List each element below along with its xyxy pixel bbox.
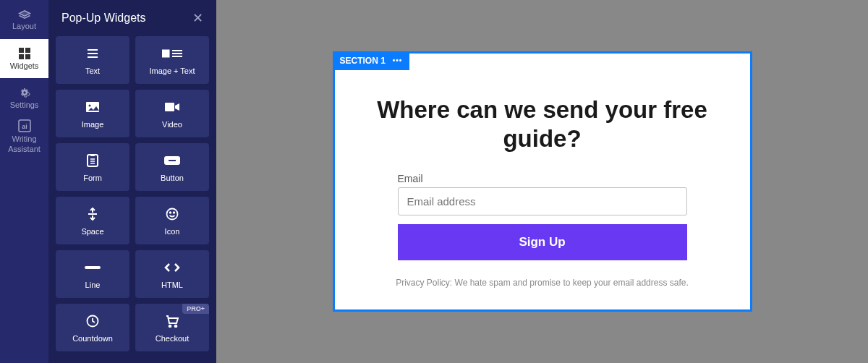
- widget-countdown-label: Countdown: [72, 334, 113, 343]
- widget-video-label: Video: [162, 120, 182, 129]
- section-tag-label: SECTION 1: [340, 56, 386, 66]
- panel-title: Pop-Up Widgets: [61, 12, 146, 25]
- widget-checkout[interactable]: PRO+ Checkout: [135, 304, 209, 351]
- svg-rect-1: [25, 48, 30, 53]
- canvas[interactable]: SECTION 1 ••• Where can we send your fre…: [216, 0, 868, 363]
- widget-grid: Text Image + Text Image: [48, 36, 216, 351]
- svg-point-33: [169, 325, 171, 328]
- widget-icon[interactable]: Icon: [135, 197, 209, 244]
- panel-header: Pop-Up Widgets ✕: [48, 0, 216, 36]
- button-icon: [164, 152, 180, 169]
- widget-image[interactable]: Image: [56, 90, 129, 137]
- image-text-icon: [162, 45, 182, 62]
- clock-icon: [86, 312, 99, 330]
- widget-button-label: Button: [161, 174, 184, 182]
- widget-image-text[interactable]: Image + Text: [135, 36, 209, 84]
- section-tag[interactable]: SECTION 1 •••: [333, 51, 410, 70]
- widget-panel: Pop-Up Widgets ✕ Text Image + Text: [48, 0, 216, 363]
- email-label: Email: [398, 173, 687, 184]
- widget-button[interactable]: Button: [135, 143, 209, 191]
- widget-text-label: Text: [85, 67, 100, 75]
- form-icon: [87, 152, 98, 169]
- svg-rect-31: [85, 266, 101, 269]
- svg-rect-18: [88, 155, 98, 166]
- popup-heading[interactable]: Where can we send your free guide?: [364, 95, 721, 153]
- smile-icon: [166, 205, 179, 223]
- svg-text:ai: ai: [22, 123, 27, 130]
- left-rail: Layout Widgets Settings ai: [0, 0, 48, 363]
- widget-space-label: Space: [81, 227, 103, 236]
- widget-form-label: Form: [83, 174, 102, 182]
- popup-section[interactable]: SECTION 1 ••• Where can we send your fre…: [333, 51, 752, 312]
- widget-checkout-label: Checkout: [156, 334, 189, 343]
- code-icon: [164, 259, 180, 276]
- widget-video[interactable]: Video: [135, 90, 209, 137]
- svg-rect-11: [162, 50, 169, 57]
- line-icon: [85, 259, 101, 276]
- text-icon: [85, 45, 100, 62]
- svg-rect-0: [19, 48, 24, 53]
- image-icon: [86, 98, 99, 116]
- kebab-icon[interactable]: •••: [393, 56, 403, 64]
- widget-image-label: Image: [82, 120, 104, 129]
- rail-settings[interactable]: Settings: [0, 78, 48, 117]
- pro-badge: PRO+: [182, 304, 209, 314]
- rail-settings-label: Settings: [10, 101, 39, 109]
- signup-button[interactable]: Sign Up: [398, 224, 687, 260]
- close-icon[interactable]: ✕: [192, 12, 203, 25]
- rail-writing-assistant[interactable]: ai Writing Assistant: [0, 117, 48, 156]
- svg-point-34: [175, 325, 177, 328]
- svg-point-30: [174, 212, 175, 213]
- privacy-text[interactable]: Privacy Policy: We hate spam and promise…: [364, 278, 721, 288]
- widgets-icon: [19, 48, 30, 59]
- rail-ai-label: Writing Assistant: [0, 134, 48, 153]
- rail-layout-label: Layout: [12, 22, 36, 30]
- svg-rect-17: [165, 103, 174, 111]
- email-field[interactable]: [398, 187, 687, 215]
- space-icon: [87, 205, 98, 223]
- rail-layout[interactable]: Layout: [0, 0, 48, 39]
- svg-rect-3: [25, 54, 30, 59]
- signup-form: Email Sign Up: [398, 173, 687, 260]
- svg-point-5: [23, 91, 25, 93]
- ai-icon: ai: [18, 119, 31, 132]
- svg-rect-19: [90, 154, 95, 156]
- widget-countdown[interactable]: Countdown: [56, 304, 129, 351]
- widget-line-label: Line: [85, 281, 101, 289]
- rail-widgets[interactable]: Widgets: [0, 39, 48, 78]
- widget-html[interactable]: HTML: [135, 250, 209, 298]
- svg-point-28: [167, 209, 178, 220]
- svg-rect-2: [19, 54, 24, 59]
- widget-icon-label: Icon: [165, 227, 180, 236]
- popup-content: Where can we send your free guide? Email…: [335, 54, 750, 309]
- widget-form[interactable]: Form: [56, 143, 129, 191]
- svg-point-29: [170, 212, 171, 213]
- svg-rect-24: [169, 160, 176, 161]
- gear-icon: [19, 87, 30, 98]
- widget-text[interactable]: Text: [56, 36, 129, 84]
- widget-image-text-label: Image + Text: [149, 67, 195, 75]
- svg-point-16: [89, 105, 91, 107]
- cart-icon: [165, 312, 179, 330]
- widget-line[interactable]: Line: [56, 250, 129, 298]
- widget-space[interactable]: Space: [56, 197, 129, 244]
- rail-widgets-label: Widgets: [10, 61, 39, 70]
- widget-html-label: HTML: [161, 281, 183, 289]
- layers-icon: [18, 9, 31, 20]
- video-icon: [165, 98, 179, 116]
